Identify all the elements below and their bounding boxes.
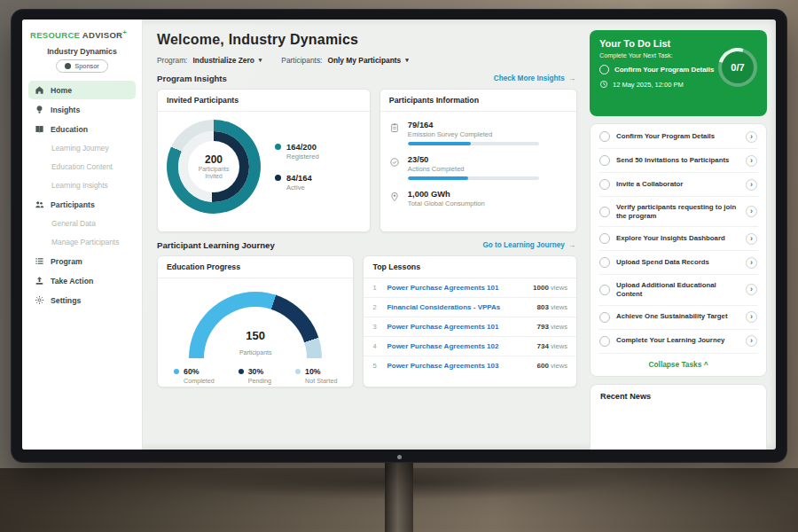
task-label: Upload Spend Data Records [616,258,739,267]
lesson-row: 2 Financial Considerations - VPPAs 803 v… [364,298,576,317]
task-row[interactable]: Verify participants requesting to join t… [598,197,758,227]
check-more-insights-link[interactable]: Check More Insights → [494,74,575,82]
chevron-right-icon[interactable]: › [746,131,757,143]
checkbox-icon[interactable] [599,312,610,323]
education-gauge-chart: 150 Participants [189,292,322,358]
clipboard-icon [389,121,400,131]
chevron-right-icon[interactable]: › [746,155,757,167]
logo-text-primary: RESOURCE [30,30,80,40]
lesson-views: 1000 views [533,284,567,292]
participants-select-value: Only My Participants [327,56,401,65]
todo-next-task[interactable]: Confirm Your Program Details [599,65,724,74]
checkbox-icon[interactable] [599,65,609,74]
sidebar-item-label: Education Content [51,162,113,171]
lesson-link[interactable]: Power Purchase Agreements 101 [387,284,526,292]
book-icon [35,124,44,134]
chevron-right-icon[interactable]: › [746,179,757,191]
sidebar-item-participants[interactable]: Participants [28,195,136,214]
metric-global-consumption: 1,000 GWh Total Global Consumption [389,189,567,207]
sidebar-item-settings[interactable]: Settings [28,291,136,309]
link-label: Check More Insights [494,74,565,82]
sidebar-item-learning-journey[interactable]: Learning Journey [28,139,136,157]
metric-emission-survey: 79/164 Emission Survey Completed [389,120,567,145]
card-title: Invited Participants [158,90,370,112]
checkbox-icon[interactable] [599,233,610,244]
recent-news-title: Recent News [600,392,651,401]
check-circle-icon [389,155,400,166]
sidebar-item-insights[interactable]: Insights [28,100,136,119]
sidebar: RESOURCE ADVISOR+ Industry Dynamics Spon… [22,20,143,450]
collapse-tasks-link[interactable]: Collapse Tasks ^ [598,354,758,376]
todo-card: Your To Do List Complete Your Next Task:… [590,30,767,116]
chevron-right-icon[interactable]: › [746,284,757,295]
chevron-right-icon[interactable]: › [746,335,757,347]
sponsor-icon [65,63,71,69]
donut-center-label: 200 Participants Invited [190,143,238,191]
sidebar-item-general-data[interactable]: General Data [28,215,136,232]
chevron-right-icon[interactable]: › [746,233,757,245]
recent-news-card: Recent News [590,384,767,450]
sidebar-item-label: Manage Participants [51,238,119,246]
lesson-link[interactable]: Financial Considerations - VPPAs [387,303,529,311]
sidebar-item-home[interactable]: Home [28,81,136,99]
sidebar-item-label: Home [51,86,72,95]
legend-item-registered: 164/200 Registered [275,142,319,160]
page-title: Welcome, Industry Dynamics [157,32,577,48]
collapse-caret-icon: ^ [704,360,708,369]
task-row[interactable]: Send 50 Invitations to Participants › [598,149,758,173]
sidebar-item-label: Settings [51,296,81,305]
task-row[interactable]: Confirm Your Program Details › [598,125,758,149]
todo-next-task-label: Confirm Your Program Details [614,66,714,74]
task-label: Confirm Your Program Details [616,132,739,141]
task-row[interactable]: Invite a Collaborator › [598,173,758,197]
task-label: Explore Your Insights Dashboard [616,234,739,243]
legend-item-not-started: 10% Not Started [295,367,337,385]
app-logo: RESOURCE ADVISOR+ [28,27,136,46]
top-lessons-card: Top Lessons 1 Power Purchase Agreements … [363,255,577,387]
sidebar-item-label: Take Action [51,277,93,286]
checkbox-icon[interactable] [599,336,610,347]
sidebar-item-program[interactable]: Program [28,252,136,270]
sidebar-item-manage-participants[interactable]: Manage Participants [28,233,136,251]
lesson-link[interactable]: Power Purchase Agreements 103 [387,362,529,370]
right-panel: Your To Do List Complete Your Next Task:… [588,20,776,450]
home-icon [35,85,44,95]
checkbox-icon[interactable] [599,155,610,166]
lesson-link[interactable]: Power Purchase Agreements 101 [387,323,529,331]
chevron-right-icon[interactable]: › [746,257,757,269]
monitor: RESOURCE ADVISOR+ Industry Dynamics Spon… [11,9,787,463]
task-row[interactable]: Upload Spend Data Records › [598,251,758,275]
checkbox-icon[interactable] [599,257,610,268]
participants-filter-label: Participants: [281,56,322,65]
lesson-link[interactable]: Power Purchase Agreements 102 [387,342,529,350]
sidebar-nav: Home Insights Education Learning Journey [28,81,136,309]
sponsor-badge[interactable]: Sponsor [56,59,108,73]
legend-dot [275,144,281,150]
card-title: Education Progress [158,256,353,278]
sidebar-item-label: General Data [51,219,96,228]
task-row[interactable]: Explore Your Insights Dashboard › [598,227,758,251]
sidebar-item-learning-insights[interactable]: Learning Insights [28,176,136,194]
task-label: Complete Your Learning Journey [616,336,739,345]
chevron-down-icon: ▾ [259,57,262,64]
program-select-value: Industrialize Zero [192,56,254,65]
go-to-learning-journey-link[interactable]: Go to Learning Journey → [482,241,575,249]
checkbox-icon[interactable] [599,131,610,142]
legend-item-completed: 60% Completed [174,367,215,385]
task-row[interactable]: Complete Your Learning Journey › [598,330,758,354]
checkbox-icon[interactable] [599,207,610,217]
sidebar-item-label: Learning Insights [51,181,108,190]
program-select[interactable]: Industrialize Zero ▾ [192,56,262,65]
participants-select[interactable]: Only My Participants ▾ [327,56,408,65]
education-legend: 60% Completed 30% Pending [167,358,344,385]
chevron-right-icon[interactable]: › [746,311,757,323]
invited-donut-chart: 200 Participants Invited [167,120,261,214]
checkbox-icon[interactable] [599,285,610,295]
sidebar-item-take-action[interactable]: Take Action [28,271,136,290]
sidebar-item-education-content[interactable]: Education Content [28,158,136,176]
task-row[interactable]: Achieve One Sustainability Target › [598,306,758,330]
checkbox-icon[interactable] [599,179,610,190]
sidebar-item-education[interactable]: Education [28,120,136,138]
task-row[interactable]: Upload Additional Educational Content › [598,275,758,305]
chevron-right-icon[interactable]: › [746,206,757,217]
